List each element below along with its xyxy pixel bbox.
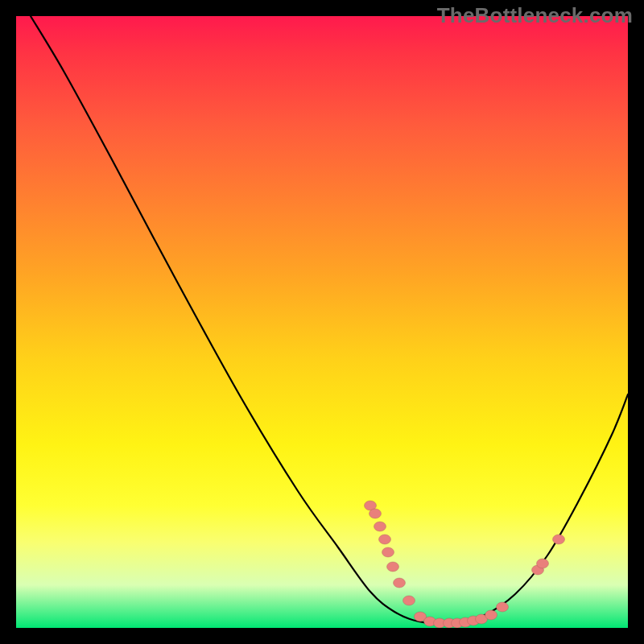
scatter-dot xyxy=(379,535,391,544)
scatter-dot xyxy=(403,596,415,605)
scatter-dot xyxy=(497,602,509,612)
scatter-dot xyxy=(369,509,382,518)
scatter-dot xyxy=(485,610,497,620)
bottleneck-chart xyxy=(16,16,628,628)
bottleneck-curve xyxy=(31,16,628,624)
scatter-dot xyxy=(553,535,565,544)
chart-frame xyxy=(16,16,628,628)
watermark-text: TheBottleneck.com xyxy=(437,3,633,28)
scatter-dot xyxy=(387,562,399,572)
scatter-dot xyxy=(374,522,386,531)
scatter-dot xyxy=(382,547,394,557)
scatter-dots xyxy=(365,501,565,628)
scatter-dot xyxy=(394,578,406,588)
scatter-dot xyxy=(537,559,549,568)
